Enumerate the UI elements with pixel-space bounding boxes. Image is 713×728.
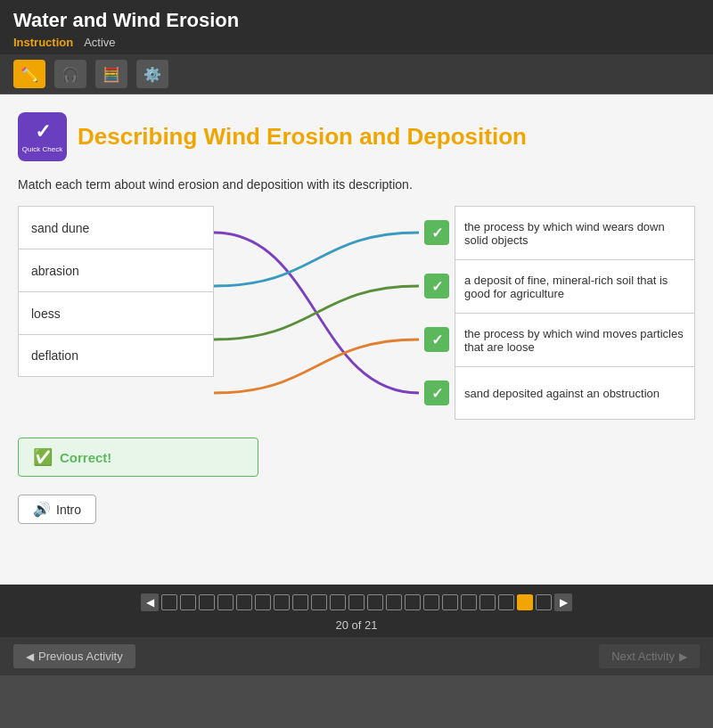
correct-check-icon: ✅ bbox=[33, 447, 53, 467]
app-title: Water and Wind Erosion bbox=[13, 9, 700, 32]
check-loess: ✓ bbox=[424, 327, 449, 352]
slide-dot-13[interactable] bbox=[386, 594, 402, 610]
term-loess[interactable]: loess bbox=[18, 291, 214, 334]
bottom-nav: ◀ ▶ 20 of 21 bbox=[0, 585, 713, 637]
slide-next-button[interactable]: ▶ bbox=[554, 593, 572, 611]
nav-instruction[interactable]: Instruction bbox=[13, 36, 73, 49]
top-bar: Water and Wind Erosion Instruction Activ… bbox=[0, 0, 713, 54]
slide-dot-1[interactable] bbox=[161, 594, 177, 610]
prev-activity-button[interactable]: ◀ Previous Activity bbox=[13, 644, 135, 668]
term-abrasion[interactable]: abrasion bbox=[18, 249, 214, 291]
check-sand-dune: ✓ bbox=[424, 220, 449, 245]
top-nav: Instruction Active bbox=[13, 36, 700, 54]
main-content: ✓ Quick Check Describing Wind Erosion an… bbox=[0, 94, 713, 585]
section-title: Describing Wind Erosion and Deposition bbox=[78, 123, 527, 151]
slide-dot-12[interactable] bbox=[367, 594, 383, 610]
pencil-tool-button[interactable]: ✏️ bbox=[13, 60, 45, 88]
toolbar: ✏️ 🎧 🧮 ⚙️ bbox=[0, 54, 713, 94]
right-descriptions: the process by which wind wears down sol… bbox=[455, 206, 695, 420]
quick-check-icon: ✓ Quick Check bbox=[18, 112, 67, 161]
next-activity-label: Next Activity bbox=[611, 650, 675, 663]
intro-button[interactable]: 🔊 Intro bbox=[18, 495, 96, 524]
desc-sand-obstruction[interactable]: sand deposited against an obstruction bbox=[455, 366, 695, 420]
lines-area bbox=[214, 206, 419, 420]
desc-fine-mineral-soil[interactable]: a deposit of fine, mineral-rich soil tha… bbox=[455, 259, 695, 313]
slide-dot-7[interactable] bbox=[274, 594, 290, 610]
slide-dot-16[interactable] bbox=[442, 594, 458, 610]
headphone-tool-button[interactable]: 🎧 bbox=[54, 60, 86, 88]
left-terms: sand dune abrasion loess deflation bbox=[18, 206, 214, 420]
check-column: ✓ ✓ ✓ ✓ bbox=[419, 206, 455, 420]
slide-dots bbox=[161, 594, 552, 610]
slide-dot-2[interactable] bbox=[180, 594, 196, 610]
slide-prev-button[interactable]: ◀ bbox=[141, 593, 159, 611]
slide-dot-10[interactable] bbox=[330, 594, 346, 610]
nav-active: Active bbox=[84, 36, 115, 49]
slide-count: 20 of 21 bbox=[336, 618, 378, 632]
activity-nav: ◀ Previous Activity Next Activity ▶ bbox=[0, 637, 713, 675]
intro-button-label: Intro bbox=[56, 503, 81, 517]
desc-wind-moves-particles[interactable]: the process by which wind moves particle… bbox=[455, 313, 695, 366]
quick-check-label: Quick Check bbox=[22, 145, 62, 153]
term-deflation[interactable]: deflation bbox=[18, 334, 214, 377]
gear-tool-button[interactable]: ⚙️ bbox=[136, 60, 168, 88]
next-activity-button[interactable]: Next Activity ▶ bbox=[599, 644, 700, 668]
slide-dot-11[interactable] bbox=[348, 594, 365, 610]
slide-dot-6[interactable] bbox=[255, 594, 271, 610]
slide-dot-19[interactable] bbox=[498, 594, 514, 610]
next-arrow-icon: ▶ bbox=[679, 650, 687, 663]
slide-dot-3[interactable] bbox=[199, 594, 215, 610]
slide-dot-21[interactable] bbox=[536, 594, 552, 610]
check-deflation: ✓ bbox=[424, 380, 449, 405]
correct-feedback: ✅ Correct! bbox=[18, 438, 258, 477]
matching-lines-svg bbox=[214, 206, 419, 420]
check-abrasion: ✓ bbox=[424, 274, 449, 299]
prev-arrow-icon: ◀ bbox=[26, 650, 34, 663]
instruction-text: Match each term about wind erosion and d… bbox=[18, 177, 695, 192]
correct-text: Correct! bbox=[60, 450, 111, 465]
slide-dot-17[interactable] bbox=[461, 594, 477, 610]
prev-activity-label: Previous Activity bbox=[38, 650, 123, 663]
slide-dot-18[interactable] bbox=[479, 594, 496, 610]
slide-dot-4[interactable] bbox=[217, 594, 234, 610]
slide-dot-15[interactable] bbox=[423, 594, 439, 610]
content-header: ✓ Quick Check Describing Wind Erosion an… bbox=[18, 112, 695, 161]
term-sand-dune[interactable]: sand dune bbox=[18, 206, 214, 249]
slide-nav: ◀ ▶ bbox=[141, 593, 572, 611]
check-symbol: ✓ bbox=[35, 120, 51, 143]
slide-dot-14[interactable] bbox=[405, 594, 421, 610]
slide-dot-5[interactable] bbox=[236, 594, 252, 610]
speaker-icon: 🔊 bbox=[33, 501, 51, 518]
calculator-tool-button[interactable]: 🧮 bbox=[95, 60, 127, 88]
slide-dot-20[interactable] bbox=[517, 594, 533, 610]
slide-dot-9[interactable] bbox=[311, 594, 327, 610]
desc-wind-wears-down[interactable]: the process by which wind wears down sol… bbox=[455, 206, 695, 259]
matching-area: sand dune abrasion loess deflation ✓ bbox=[18, 206, 695, 420]
slide-dot-8[interactable] bbox=[292, 594, 308, 610]
